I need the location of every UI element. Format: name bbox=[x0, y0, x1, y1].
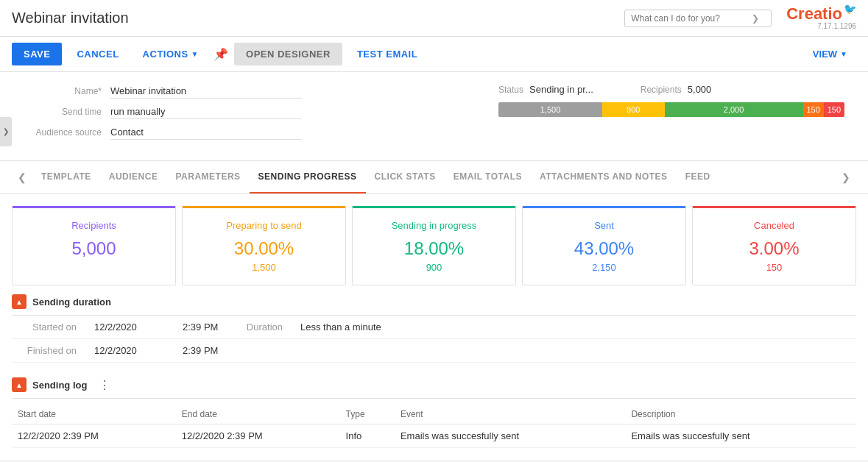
stat-card-3: Sent43.00%2,150 bbox=[522, 206, 686, 285]
stat-card-title-1: Preparing to send bbox=[191, 220, 336, 231]
stat-card-title-0: Recipients bbox=[21, 220, 166, 231]
audience-source-row: Audience source Contact bbox=[29, 125, 844, 140]
stat-card-value-0: 5,000 bbox=[21, 238, 166, 259]
log-col-type: Type bbox=[340, 405, 395, 424]
log-cell-type: Info bbox=[340, 424, 395, 448]
progress-bar-segment: 1,500 bbox=[498, 102, 602, 117]
page-title: Webinar invitation bbox=[12, 10, 618, 26]
log-cell-description: Emails was succesfully sent bbox=[625, 424, 856, 448]
log-cell-start_date: 12/2/2020 2:39 PM bbox=[12, 424, 176, 448]
sending-log-toggle[interactable]: ▲ bbox=[12, 377, 27, 392]
view-button[interactable]: VIEW ▼ bbox=[804, 43, 856, 65]
log-table-row: 12/2/2020 2:39 PM12/2/2020 2:39 PMInfoEm… bbox=[12, 424, 856, 448]
log-col-description: Description bbox=[625, 405, 856, 424]
sending-duration-section: ▲ Sending duration Started on 12/2/2020 … bbox=[12, 285, 856, 363]
cancel-button[interactable]: CANCEL bbox=[65, 43, 130, 65]
logo: Creatio 🐦 7.17.1.1296 bbox=[786, 6, 856, 30]
top-header: Webinar invitation ❯ Creatio 🐦 7.17.1.12… bbox=[0, 0, 868, 37]
recipients-value: 5,000 bbox=[688, 84, 712, 95]
logo-version: 7.17.1.1296 bbox=[817, 22, 856, 30]
toolbar: SAVE CANCEL ACTIONS ▼ 📌 OPEN DESIGNER TE… bbox=[0, 37, 868, 72]
open-designer-button[interactable]: OPEN DESIGNER bbox=[234, 43, 342, 65]
pin-icon[interactable]: 📌 bbox=[214, 47, 228, 61]
sending-log-section: ▲ Sending log ⋮ Start dateEnd dateTypeEv… bbox=[12, 369, 856, 448]
name-value[interactable]: Webinar invitation bbox=[110, 84, 302, 99]
log-col-end-date: End date bbox=[176, 405, 340, 424]
status-value: Sending in pr... bbox=[529, 84, 593, 95]
tab-sending-progress[interactable]: SENDING PROGRESS bbox=[250, 161, 366, 193]
save-button[interactable]: SAVE bbox=[12, 43, 62, 65]
view-chevron-icon: ▼ bbox=[840, 50, 847, 58]
tab-prev-arrow[interactable]: ❮ bbox=[12, 166, 32, 189]
stat-card-pct-4: 3.00% bbox=[702, 238, 847, 259]
log-table-header-row: Start dateEnd dateTypeEventDescription bbox=[12, 405, 856, 424]
name-label: Name* bbox=[29, 86, 110, 96]
status-label: Status bbox=[498, 85, 523, 95]
stat-card-count-2: 900 bbox=[361, 262, 507, 273]
stat-card-count-3: 2,150 bbox=[532, 262, 677, 273]
actions-button[interactable]: ACTIONS ▼ bbox=[134, 43, 208, 65]
search-arrow-icon: ❯ bbox=[752, 13, 759, 24]
sidebar-toggle[interactable]: ❯ bbox=[0, 117, 12, 146]
progress-bar-segment: 150 bbox=[803, 102, 824, 117]
actions-chevron-icon: ▼ bbox=[191, 50, 199, 58]
test-email-button[interactable]: TEST EMAIL bbox=[345, 43, 429, 65]
tabs-bar: ❮ TEMPLATEAUDIENCEPARAMETERSSENDING PROG… bbox=[0, 161, 868, 194]
status-section: Status Sending in pr... Recipients 5,000… bbox=[498, 84, 844, 117]
started-on-row: Started on 12/2/2020 2:39 PM Duration Le… bbox=[12, 316, 856, 339]
actions-label: ACTIONS bbox=[143, 49, 188, 60]
progress-bar-segment: 900 bbox=[602, 102, 665, 117]
sending-log-menu-icon[interactable]: ⋮ bbox=[99, 378, 110, 392]
send-time-label: Send time bbox=[29, 107, 110, 117]
logo-bird-icon: 🐦 bbox=[844, 3, 856, 15]
started-on-date: 12/2/2020 bbox=[85, 316, 174, 339]
stat-card-count-4: 150 bbox=[702, 262, 847, 273]
stat-card-2: Sending in progress18.00%900 bbox=[352, 206, 516, 285]
stat-card-title-3: Sent bbox=[532, 220, 677, 231]
search-box[interactable]: ❯ bbox=[624, 10, 772, 27]
recipients-label: Recipients bbox=[641, 85, 682, 95]
tab-email-totals[interactable]: EMAIL TOTALS bbox=[445, 161, 531, 193]
finished-on-label: Finished on bbox=[12, 339, 85, 363]
stat-card-pct-1: 30.00% bbox=[191, 238, 336, 259]
started-on-time: 2:39 PM bbox=[174, 316, 233, 339]
status-item: Status Sending in pr... bbox=[498, 84, 593, 95]
sending-duration-header: ▲ Sending duration bbox=[12, 285, 856, 316]
stat-card-1: Preparing to send30.00%1,500 bbox=[182, 206, 346, 285]
tab-template[interactable]: TEMPLATE bbox=[32, 161, 100, 193]
started-on-label: Started on bbox=[12, 316, 85, 339]
tab-audience[interactable]: AUDIENCE bbox=[100, 161, 167, 193]
tab-parameters[interactable]: PARAMETERS bbox=[166, 161, 249, 193]
log-col-event: Event bbox=[395, 405, 626, 424]
search-input[interactable] bbox=[631, 13, 749, 24]
tab-next-arrow[interactable]: ❯ bbox=[836, 166, 856, 189]
duration-label: Duration bbox=[233, 316, 292, 339]
progress-bar-segment: 150 bbox=[824, 102, 844, 117]
log-table: Start dateEnd dateTypeEventDescription 1… bbox=[12, 405, 856, 448]
tab-click-stats[interactable]: CLICK STATS bbox=[366, 161, 445, 193]
log-cell-event: Emails was succesfully sent bbox=[395, 424, 626, 448]
stat-card-4: Canceled3.00%150 bbox=[692, 206, 856, 285]
sending-duration-toggle[interactable]: ▲ bbox=[12, 294, 27, 309]
view-label: VIEW bbox=[813, 49, 837, 60]
tab-feed[interactable]: FEED bbox=[677, 161, 719, 193]
progress-bar: 1,5009002,000150150 bbox=[498, 102, 844, 117]
stat-card-pct-2: 18.00% bbox=[361, 238, 507, 259]
finished-on-date: 12/2/2020 bbox=[85, 339, 174, 363]
form-area: Name* Webinar invitation Send time run m… bbox=[0, 72, 868, 161]
stat-card-0: Recipients5,000 bbox=[12, 206, 176, 285]
progress-bar-segment: 2,000 bbox=[665, 102, 803, 117]
stat-card-count-1: 1,500 bbox=[191, 262, 336, 273]
stat-card-pct-3: 43.00% bbox=[532, 238, 677, 259]
send-time-value[interactable]: run manually bbox=[110, 104, 302, 119]
audience-source-label: Audience source bbox=[29, 127, 110, 138]
audience-source-value[interactable]: Contact bbox=[110, 125, 302, 140]
finished-on-time: 2:39 PM bbox=[174, 339, 233, 363]
logo-text: Creatio bbox=[786, 6, 842, 22]
recipients-item: Recipients 5,000 bbox=[641, 84, 712, 95]
cards-section: Recipients5,000Preparing to send30.00%1,… bbox=[12, 194, 856, 285]
duration-table: Started on 12/2/2020 2:39 PM Duration Le… bbox=[12, 316, 856, 363]
tab-attachments-and-notes[interactable]: ATTACHMENTS AND NOTES bbox=[531, 161, 677, 193]
log-cell-end_date: 12/2/2020 2:39 PM bbox=[176, 424, 340, 448]
sending-log-header: ▲ Sending log ⋮ bbox=[12, 369, 856, 399]
